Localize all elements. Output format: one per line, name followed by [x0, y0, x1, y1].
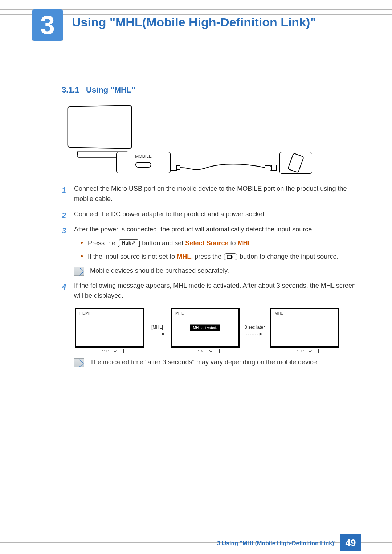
screen-label: MHL	[175, 311, 184, 315]
screen-mhl-activated: MHL MHL activated.	[171, 308, 240, 353]
step-number: 2	[62, 209, 66, 222]
monitor-icon	[66, 106, 139, 158]
port-plug-icon	[135, 162, 151, 168]
note-text: The indicated time "after 3 seconds" may…	[90, 358, 319, 366]
keyword-select-source: Select Source	[185, 239, 228, 247]
keyword-mhl: MHL	[177, 253, 191, 260]
step-number: 1	[62, 184, 66, 196]
port-label-box: MOBILE	[116, 152, 171, 173]
step-text: If the following message appears, MHL mo…	[74, 282, 356, 299]
chapter-title: Using "MHL(Mobile High-Definition Link)"	[72, 15, 316, 29]
port-label: MOBILE	[119, 154, 167, 159]
footer-page-number: 49	[340, 534, 361, 551]
step-text: Connect the Micro USB port on the mobile…	[74, 185, 347, 202]
page-content: 3.1.1 Using "MHL" MOBILE 1	[62, 85, 359, 374]
step-3: 3 After the power is connected, the prod…	[73, 225, 359, 262]
note-timing: The indicated time "after 3 seconds" may…	[74, 358, 359, 367]
screen-message: MHL activated.	[190, 325, 220, 331]
step-number: 3	[62, 225, 66, 237]
phone-box	[279, 152, 312, 174]
arrow-label: [MHL]	[151, 325, 163, 330]
screen-hdmi: HDMI	[75, 308, 144, 353]
svg-rect-0	[171, 165, 176, 170]
cable-icon	[171, 162, 279, 173]
arrow-mhl: [MHL] ────►	[149, 325, 166, 336]
steps-list-continued: 4 If the following message appears, MHL …	[62, 281, 359, 301]
steps-list: 1 Connect the Micro USB port on the mobi…	[62, 184, 359, 262]
section-number: 3.1.1	[62, 85, 79, 94]
chapter-number-badge: 3	[32, 9, 63, 41]
source-button-icon	[225, 253, 236, 260]
section-heading: 3.1.1 Using "MHL"	[62, 85, 359, 95]
connection-diagram: MOBILE	[62, 106, 316, 175]
svg-rect-3	[227, 255, 232, 258]
hub-button-icon: Hub↗	[119, 239, 138, 246]
note-icon	[74, 358, 84, 367]
step-text: Connect the DC power adapter to the prod…	[74, 210, 266, 218]
note-text: Mobile devices should be purchased separ…	[90, 267, 229, 275]
note-icon	[74, 267, 84, 276]
arrow-label: 3 sec later	[245, 325, 265, 330]
step-text: After the power is connected, the produc…	[74, 226, 314, 233]
step-number: 4	[62, 281, 66, 293]
screen-label: HDMI	[79, 311, 90, 315]
note-separate-purchase: Mobile devices should be purchased separ…	[74, 267, 359, 276]
sub-item: Press the [Hub↗] button and set Select S…	[81, 238, 359, 249]
arrow-3sec: 3 sec later -------►	[245, 325, 265, 336]
svg-rect-2	[271, 165, 277, 170]
screen-mhl-final: MHL	[270, 308, 339, 353]
svg-rect-1	[176, 166, 180, 169]
step-4: 4 If the following message appears, MHL …	[73, 281, 359, 301]
step-3-subitems: Press the [Hub↗] button and set Select S…	[74, 238, 359, 262]
screens-diagram: HDMI [MHL] ────► MHL MHL activated. 3 se…	[75, 308, 359, 353]
screen-label: MHL	[274, 311, 283, 315]
footer-chapter-title: 3 Using "MHL(Mobile High-Definition Link…	[217, 540, 337, 547]
step-2: 2 Connect the DC power adapter to the pr…	[73, 209, 359, 219]
section-title: Using "MHL"	[86, 85, 135, 94]
step-1: 1 Connect the Micro USB port on the mobi…	[73, 184, 359, 204]
phone-icon	[287, 153, 304, 173]
keyword-mhl: MHL	[237, 239, 252, 247]
sub-item: If the input source is not set to MHL, p…	[81, 252, 359, 262]
